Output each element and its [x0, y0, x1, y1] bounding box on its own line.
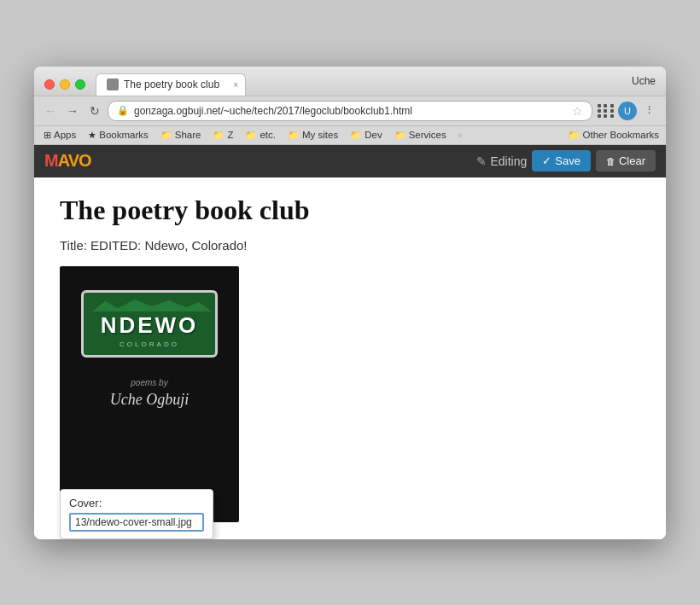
folder-icon-services: 📁 [394, 130, 406, 141]
bookmark-share[interactable]: 📁 Share [158, 129, 204, 142]
minimize-button[interactable] [60, 79, 70, 90]
cover-tooltip: Cover: 13/ndewo-cover-small.jpg [60, 489, 213, 539]
bookmark-etc-label: etc. [260, 130, 276, 140]
browser-content: MAVO ✎ Editing ✓ Save 🗑 Clear The poetry… [34, 144, 666, 539]
mavo-logo-m: M [44, 151, 58, 170]
bookmark-share-label: Share [175, 130, 201, 140]
editing-label: Editing [490, 154, 527, 168]
browser-window: The poetry book club × Uche ← → ↻ 🔒 gonz… [34, 67, 666, 539]
tab-favicon [107, 79, 119, 90]
bookmark-apps[interactable]: ⊞ Apps [41, 129, 79, 142]
page-subtitle: Title: EDITED: Ndewo, Colorado! [60, 238, 640, 253]
bookmark-dev-label: Dev [365, 130, 382, 140]
tooltip-value[interactable]: 13/ndewo-cover-small.jpg [69, 513, 204, 532]
bookmarks-icon: ★ [88, 130, 96, 141]
folder-icon-dev: 📁 [350, 130, 362, 141]
grid-icon [598, 104, 615, 118]
page-title: The poetry book club [60, 195, 640, 226]
bookmark-mysites-label: My sites [302, 130, 338, 140]
page-content: The poetry book club Title: EDITED: Ndew… [34, 177, 666, 539]
editing-status: ✎ Editing [476, 154, 527, 168]
trash-icon: 🗑 [606, 156, 615, 166]
save-button[interactable]: ✓ Save [532, 150, 591, 172]
mavo-toolbar-right: ✎ Editing ✓ Save 🗑 Clear [476, 150, 656, 172]
tab-title: The poetry book club [124, 79, 219, 90]
address-bar[interactable]: 🔒 gonzaga.ogbuji.net/~uche/tech/2017/leg… [108, 101, 592, 121]
tooltip-label: Cover: [69, 497, 204, 509]
other-bookmarks[interactable]: 📁 Other Bookmarks [568, 129, 659, 141]
refresh-button[interactable]: ↻ [85, 102, 104, 120]
profile-button[interactable]: U [618, 102, 637, 120]
nav-icons-right: U ⋮ [596, 101, 659, 121]
author-name: Uche Ogbuji [110, 391, 189, 409]
author-section: poems by Uche Ogbuji [110, 378, 189, 409]
bookmark-dev[interactable]: 📁 Dev [347, 129, 384, 142]
bookmark-z-label: Z [227, 130, 233, 140]
folder-icon-other: 📁 [568, 129, 580, 141]
svg-marker-0 [92, 300, 212, 311]
menu-button[interactable]: ⋮ [639, 101, 659, 121]
apps-icon: ⊞ [44, 130, 51, 141]
user-name: Uche [632, 75, 656, 87]
window-controls [44, 79, 85, 90]
plate-state-mountains [92, 300, 207, 312]
bookmark-apps-label: Apps [54, 130, 76, 140]
bookmark-bookmarks[interactable]: ★ Bookmarks [85, 129, 151, 142]
bookmarks-bar: ⊞ Apps ★ Bookmarks 📁 Share 📁 Z 📁 etc. 📁 … [34, 125, 666, 144]
bookmark-z[interactable]: 📁 Z [210, 129, 236, 142]
plate-number: NDEWO [92, 312, 207, 339]
forward-button[interactable]: → [63, 102, 82, 120]
lock-icon: 🔒 [117, 105, 129, 116]
address-text: gonzaga.ogbuji.net/~uche/tech/2017/legoc… [134, 105, 567, 117]
mavo-logo-avo: AVO [58, 151, 91, 170]
extensions-button[interactable] [596, 101, 616, 121]
bookmark-services[interactable]: 📁 Services [392, 129, 449, 142]
new-tab-button[interactable] [249, 75, 273, 96]
bookmark-mysites[interactable]: 📁 My sites [285, 129, 341, 142]
bookmark-bookmarks-label: Bookmarks [99, 130, 149, 140]
active-tab[interactable]: The poetry book club × [96, 73, 246, 96]
clear-button[interactable]: 🗑 Clear [596, 150, 656, 172]
maximize-button[interactable] [75, 79, 85, 90]
license-plate-area: NDEWO COLORADO [60, 290, 239, 358]
bookmarks-overflow: » [458, 131, 463, 140]
mavo-toolbar: MAVO ✎ Editing ✓ Save 🗑 Clear [34, 145, 666, 177]
back-button[interactable]: ← [41, 102, 60, 120]
license-plate: NDEWO COLORADO [81, 290, 218, 358]
book-cover-image: NDEWO COLORADO poems by Uche Ogbuji [60, 266, 239, 522]
bookmark-star-icon[interactable]: ☆ [572, 104, 583, 118]
plate-state: COLORADO [92, 340, 207, 348]
folder-icon-share: 📁 [160, 130, 172, 141]
check-icon: ✓ [542, 154, 551, 167]
pencil-icon: ✎ [476, 154, 487, 168]
nav-bar: ← → ↻ 🔒 gonzaga.ogbuji.net/~uche/tech/20… [34, 96, 666, 125]
folder-icon-mysites: 📁 [288, 130, 300, 141]
folder-icon-z: 📁 [213, 130, 225, 141]
close-button[interactable] [44, 79, 55, 90]
clear-label: Clear [619, 154, 645, 167]
title-bar: The poetry book club × Uche [34, 67, 666, 96]
save-label: Save [555, 154, 580, 167]
folder-icon-etc: 📁 [245, 130, 257, 141]
other-bookmarks-label: Other Bookmarks [583, 130, 659, 140]
tab-close-button[interactable]: × [233, 80, 238, 90]
bookmark-services-label: Services [409, 130, 446, 140]
author-by-label: poems by [110, 378, 189, 387]
tab-bar: The poetry book club × [96, 73, 656, 96]
bookmark-etc[interactable]: 📁 etc. [242, 129, 278, 142]
mavo-logo: MAVO [44, 151, 91, 171]
